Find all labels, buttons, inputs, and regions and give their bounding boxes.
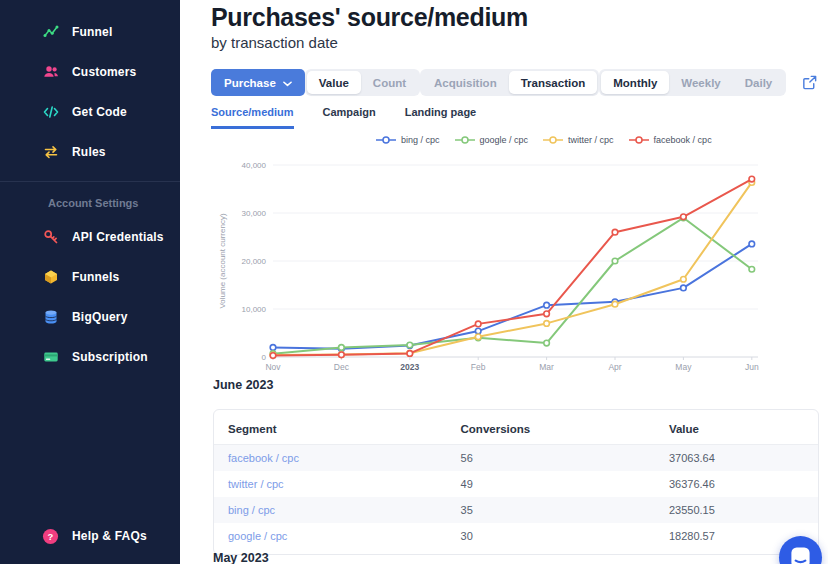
- sidebar-item-label: Subscription: [72, 350, 148, 364]
- sidebar-item-subscription[interactable]: Subscription: [0, 337, 180, 377]
- svg-text:40,000: 40,000: [242, 161, 267, 170]
- chevron-down-icon: [283, 77, 292, 89]
- svg-text:Feb: Feb: [471, 362, 486, 372]
- card-icon: [42, 349, 59, 366]
- cube-icon: [42, 269, 59, 286]
- sidebar-section-label: Account Settings: [0, 182, 180, 217]
- purchase-dropdown-label: Purchase: [224, 77, 276, 89]
- acquisition-transaction-toggle: AcquisitionTransaction: [420, 69, 599, 96]
- sidebar-item-label: BigQuery: [72, 310, 128, 324]
- sidebar-item-customers[interactable]: Customers: [0, 52, 180, 92]
- segments-table: SegmentConversionsValue facebook / cpc56…: [214, 410, 818, 549]
- toggle-value[interactable]: Value: [307, 71, 361, 94]
- sidebar-settings-nav: API CredentialsFunnelsBigQuerySubscripti…: [0, 217, 180, 377]
- value-amount: 37063.64: [655, 445, 818, 472]
- table-header-row: SegmentConversionsValue: [214, 410, 818, 445]
- sidebar-item-label: Funnels: [72, 270, 119, 284]
- toggle-acquisition[interactable]: Acquisition: [422, 71, 509, 94]
- legend-label: facebook / cpc: [654, 135, 712, 145]
- segment-link[interactable]: facebook / cpc: [214, 445, 447, 472]
- svg-text:30,000: 30,000: [242, 209, 267, 218]
- sidebar-item-get-code[interactable]: Get Code: [0, 92, 180, 132]
- swap-arrows-icon: [42, 144, 59, 161]
- sidebar-item-label: Help & FAQs: [72, 529, 147, 543]
- svg-text:Apr: Apr: [608, 362, 621, 372]
- conversions-value: 49: [447, 471, 655, 497]
- svg-text:?: ?: [48, 530, 54, 541]
- svg-text:Dec: Dec: [334, 362, 350, 372]
- conversions-value: 30: [447, 523, 655, 549]
- column-header-segment: Segment: [214, 410, 447, 445]
- svg-text:Mar: Mar: [539, 362, 554, 372]
- table-row: bing / cpc3523550.15: [214, 497, 818, 523]
- sidebar-help-nav: ?Help & FAQs: [0, 516, 180, 564]
- main-content: Purchases' source/medium by transaction …: [180, 0, 828, 564]
- sidebar-main-nav: FunnelCustomersGet CodeRules: [0, 0, 180, 172]
- segments-table-card: SegmentConversionsValue facebook / cpc56…: [213, 409, 819, 555]
- purchase-dropdown-button[interactable]: Purchase: [211, 69, 305, 96]
- segment-link[interactable]: twitter / cpc: [214, 471, 447, 497]
- line-chart-svg: 010,00020,00030,00040,000NovDec2023FebMa…: [195, 147, 828, 379]
- legend-label: google / cpc: [480, 135, 529, 145]
- page-title: Purchases' source/medium: [211, 3, 528, 32]
- table-row: facebook / cpc5637063.64: [214, 445, 818, 472]
- value-amount: 23550.15: [655, 497, 818, 523]
- value-count-toggle: ValueCount: [305, 69, 420, 96]
- svg-text:0: 0: [262, 353, 267, 362]
- sidebar-item-label: Customers: [72, 65, 136, 79]
- column-header-conversions: Conversions: [447, 410, 655, 445]
- toggle-count[interactable]: Count: [361, 71, 418, 94]
- value-amount: 36376.46: [655, 471, 818, 497]
- sidebar-item-funnels[interactable]: Funnels: [0, 257, 180, 297]
- legend-label: twitter / cpc: [568, 135, 614, 145]
- table-row: twitter / cpc4936376.46: [214, 471, 818, 497]
- toggle-daily[interactable]: Daily: [733, 71, 785, 94]
- segment-link[interactable]: bing / cpc: [214, 497, 447, 523]
- external-link-icon[interactable]: [799, 73, 819, 93]
- svg-text:Nov: Nov: [265, 362, 281, 372]
- sidebar: FunnelCustomersGet CodeRules Account Set…: [0, 0, 180, 564]
- sidebar-item-label: Rules: [72, 145, 106, 159]
- conversions-value: 56: [447, 445, 655, 472]
- toggle-monthly[interactable]: Monthly: [601, 71, 669, 94]
- sidebar-item-rules[interactable]: Rules: [0, 132, 180, 172]
- svg-text:Jun: Jun: [745, 362, 759, 372]
- svg-text:10,000: 10,000: [242, 305, 267, 314]
- toggle-weekly[interactable]: Weekly: [669, 71, 732, 94]
- sidebar-item-funnel[interactable]: Funnel: [0, 12, 180, 52]
- month-heading-may: May 2023: [213, 551, 269, 564]
- legend-label: bing / cpc: [401, 135, 440, 145]
- key-icon: [42, 229, 59, 246]
- svg-text:Volume (account currency): Volume (account currency): [218, 213, 227, 308]
- tabs-row: Source/mediumCampaignLanding page: [211, 106, 476, 129]
- table-row: google / cpc3018280.57: [214, 523, 818, 549]
- toggle-transaction[interactable]: Transaction: [509, 71, 598, 94]
- tab-landing-page[interactable]: Landing page: [405, 106, 477, 129]
- table-body: facebook / cpc5637063.64twitter / cpc493…: [214, 445, 818, 550]
- controls-row: Purchase ValueCount AcquisitionTransacti…: [211, 69, 815, 96]
- line-chart: 010,00020,00030,00040,000NovDec2023FebMa…: [195, 147, 828, 379]
- help-icon: ?: [42, 528, 59, 545]
- conversions-value: 35: [447, 497, 655, 523]
- database-icon: [42, 309, 59, 326]
- code-icon: [42, 104, 59, 121]
- sidebar-item-label: API Credentials: [72, 230, 164, 244]
- segment-link[interactable]: google / cpc: [214, 523, 447, 549]
- sidebar-item-label: Funnel: [72, 25, 113, 39]
- funnel-icon: [42, 24, 59, 41]
- customers-icon: [42, 64, 59, 81]
- tab-source-medium[interactable]: Source/medium: [211, 106, 294, 129]
- sidebar-item-api-credentials[interactable]: API Credentials: [0, 217, 180, 257]
- sidebar-item-label: Get Code: [72, 105, 127, 119]
- column-header-value: Value: [655, 410, 818, 445]
- page-subtitle: by transaction date: [211, 34, 338, 51]
- svg-text:20,000: 20,000: [242, 257, 267, 266]
- sidebar-item-help-faqs[interactable]: ?Help & FAQs: [0, 516, 180, 556]
- tab-campaign[interactable]: Campaign: [323, 106, 376, 129]
- sidebar-item-bigquery[interactable]: BigQuery: [0, 297, 180, 337]
- svg-text:2023: 2023: [400, 362, 419, 372]
- period-toggle: MonthlyWeeklyDaily: [599, 69, 786, 96]
- svg-text:May: May: [675, 362, 692, 372]
- month-heading-june: June 2023: [213, 378, 273, 392]
